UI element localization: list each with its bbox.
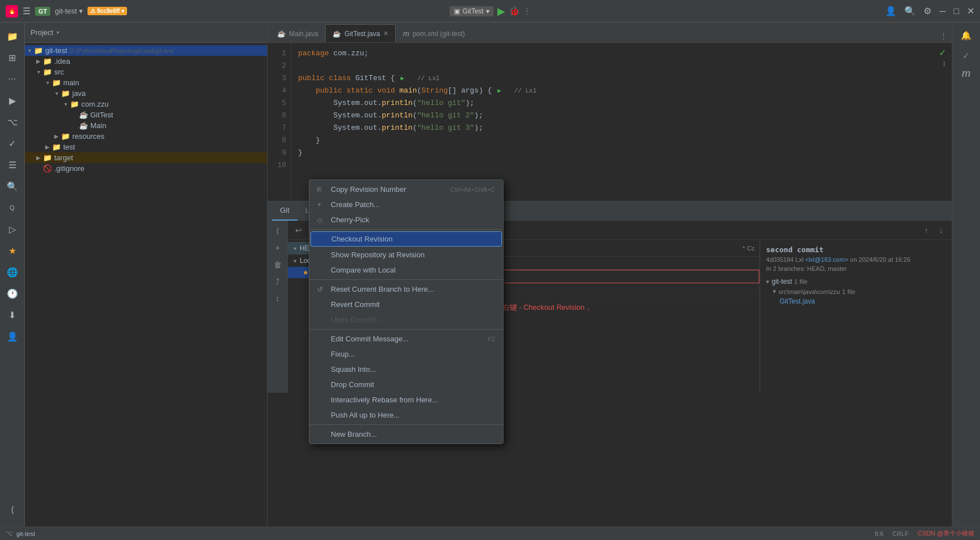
menu-drop-commit[interactable]: Drop Commit — [309, 377, 503, 392]
status-encoding: CRLF — [893, 530, 909, 537]
sidebar-icon-person[interactable]: 👤 — [3, 327, 21, 345]
sidebar-icon-search[interactable]: 🔍 — [3, 177, 21, 195]
folder-icon-src: 📁 — [43, 68, 52, 76]
menu-cherry-pick[interactable]: ◇ Cherry-Pick — [309, 212, 503, 227]
tab-main-java[interactable]: ☕ Main.java — [270, 24, 325, 42]
sidebar-icon-git[interactable]: ⌥ — [3, 113, 21, 131]
menu-edit-message[interactable]: Edit Commit Message... F2 — [309, 331, 503, 346]
run-button[interactable]: ▶ — [497, 5, 505, 17]
menu-rebase[interactable]: Interactively Rebase from Here... — [309, 392, 503, 407]
tree-item-gittest[interactable]: ▶ ☕ GitTest — [25, 109, 267, 120]
tree-item-gitignore[interactable]: ▶ 🚫 .gitignore — [25, 163, 267, 174]
tree-item-root[interactable]: ▾ 📁 git-test D:\Python\IdeaProjects\git-… — [25, 45, 267, 56]
menu-checkout-revision[interactable]: Checkout Revision — [310, 231, 502, 247]
sidebar-icon-star[interactable]: ★ — [3, 242, 21, 260]
sidebar-icon-pull[interactable]: ⬇ — [3, 306, 21, 324]
sidebar-icon-expand[interactable]: ⟨ — [3, 501, 21, 519]
git-rebase-icon[interactable]: ⤴ — [271, 275, 285, 288]
menu-revert-commit[interactable]: Revert Commit — [309, 297, 503, 312]
title-bar: 🔥 ☰ GT git-test ▾ ⚠ 9cc9e6ff ▾ ▣ GitTest… — [0, 0, 980, 23]
git-trash-icon[interactable]: 🗑 — [271, 258, 285, 271]
folder-icon-target: 📁 — [43, 153, 52, 162]
menu-reset-branch[interactable]: ↺ Reset Current Branch to Here... — [309, 282, 503, 297]
commit-detail: second commit 4d035184 Lxl <lxl@163.com>… — [760, 240, 952, 393]
tree-item-test[interactable]: ▶ 📁 test — [25, 142, 267, 152]
tab-close-icon[interactable]: ✕ — [383, 30, 388, 37]
menu-compare-local[interactable]: Compare with Local — [309, 262, 503, 278]
tree-item-target[interactable]: ▶ 📁 target — [25, 152, 267, 163]
project-chevron-icon: ▾ — [56, 29, 59, 36]
star-icon: ★ — [303, 269, 309, 276]
tab-more-icon[interactable]: ⋮ — [935, 29, 952, 42]
settings-icon[interactable]: ⚙ — [924, 6, 931, 16]
sidebar-icon-search-sm[interactable]: Q — [3, 199, 21, 217]
debug-button[interactable]: 🐞 — [509, 6, 520, 16]
rs-notifications-icon[interactable]: 🔔 — [958, 27, 975, 44]
git-arrow-left-icon[interactable]: ⟨ — [271, 224, 285, 238]
minimize-icon[interactable]: ─ — [939, 6, 946, 16]
tree-item-java[interactable]: ▾ 📁 java — [25, 88, 267, 99]
status-git-label[interactable]: git-test — [16, 530, 35, 537]
git-plus-icon[interactable]: + — [271, 241, 285, 254]
sidebar-icon-clock[interactable]: 🕐 — [3, 284, 21, 302]
close-icon[interactable]: ✕ — [967, 6, 974, 16]
sidebar-icon-structure[interactable]: ⊞ — [3, 49, 21, 67]
java-tab-icon-git: ☕ — [333, 30, 341, 38]
menu-fixup[interactable]: Fixup... — [309, 346, 503, 362]
sidebar-icon-commit[interactable]: ✓ — [3, 134, 21, 152]
tree-item-comzzu[interactable]: ▾ 📁 com.zzu — [25, 99, 267, 109]
git-toolbar-up-icon[interactable]: ↑ — [920, 224, 933, 236]
sidebar-icon-run2[interactable]: ▷ — [3, 220, 21, 238]
menu-sep-4 — [309, 424, 503, 425]
menu-sep-3 — [309, 329, 503, 330]
git-arrow2-icon[interactable]: ↕ — [271, 292, 285, 305]
git-toolbar-undo-icon[interactable]: ↩ — [292, 224, 305, 236]
sidebar-icon-globe[interactable]: 🌐 — [3, 263, 21, 281]
project-name[interactable]: git-test ▾ — [55, 7, 83, 15]
folder-icon-test: 📁 — [52, 143, 61, 151]
title-bar-center: ▣ GitTest ▾ ▶ 🐞 ⋮ — [449, 5, 530, 17]
tab-gitjava[interactable]: ☕ GitTest.java ✕ — [325, 24, 396, 42]
tab-git[interactable]: Git — [272, 201, 298, 221]
menu-create-patch[interactable]: + Create Patch... — [309, 197, 503, 212]
status-left: ⌥ git-test — [6, 530, 35, 537]
tree-item-src[interactable]: ▾ 📁 src — [25, 67, 267, 77]
menu-push-up[interactable]: Push All up to Here... — [309, 407, 503, 423]
checkmark-icon: ✓ — [939, 47, 946, 58]
menu-undo-commit: Undo Commit... — [309, 312, 503, 327]
warning-badge[interactable]: ⚠ 9cc9e6ff ▾ — [88, 7, 127, 15]
code-content[interactable]: package com.zzu; public class GitTest { … — [291, 43, 952, 201]
tree-item-main-class[interactable]: ▶ ☕ Main — [25, 120, 267, 131]
menu-new-branch[interactable]: New Branch... — [309, 427, 503, 442]
git-toolbar-down-icon[interactable]: ↓ — [935, 224, 947, 236]
menu-show-repository[interactable]: Show Repository at Revision — [309, 247, 503, 262]
rs-maven-icon[interactable]: m — [961, 68, 970, 80]
tree-arrow-target: ▶ — [34, 155, 43, 161]
hamburger-icon[interactable]: ☰ — [23, 6, 30, 16]
account-icon[interactable]: 👤 — [885, 6, 896, 16]
status-right: 8:6 CRLF CSDN @养个小猪猪 — [875, 529, 974, 538]
detail-branches: In 2 branches: HEAD, master — [766, 265, 946, 272]
detail-title: second commit — [766, 245, 946, 254]
sidebar-icon-folder[interactable]: 📁 — [3, 27, 21, 45]
menu-copy-revision[interactable]: ⎘ Copy Revision Number Ctrl+Alt+Shift+C — [309, 182, 503, 197]
sidebar-icon-run[interactable]: ▶ — [3, 91, 21, 109]
tree-item-resources[interactable]: ▶ 📁 resources — [25, 131, 267, 142]
tree-arrow-root: ▾ — [25, 47, 34, 54]
project-header: Project ▾ — [25, 23, 267, 43]
menu-squash[interactable]: Squash Into... — [309, 362, 503, 377]
sidebar-icon-list[interactable]: ☰ — [3, 156, 21, 174]
rs-check-icon[interactable]: ✓ — [958, 47, 975, 64]
file-tree: ▾ 📁 git-test D:\Python\IdeaProjects\git-… — [25, 43, 267, 540]
tree-item-idea[interactable]: ▶ 📁 .idea — [25, 56, 267, 67]
folder-icon-java: 📁 — [61, 89, 70, 98]
tree-item-main[interactable]: ▾ 📁 main — [25, 77, 267, 88]
sidebar-icon-more[interactable]: ··· — [3, 70, 21, 88]
tab-pom[interactable]: m pom.xml (git-test) — [396, 24, 473, 42]
detail-file-link[interactable]: GitTest.java — [780, 297, 815, 305]
search-icon[interactable]: 🔍 — [904, 6, 916, 16]
more-run-icon[interactable]: ⋮ — [523, 7, 531, 15]
search-cc-icon: Cc — [747, 245, 755, 252]
title-bar-right: 👤 🔍 ⚙ ─ □ ✕ — [885, 6, 974, 16]
maximize-icon[interactable]: □ — [953, 6, 959, 16]
